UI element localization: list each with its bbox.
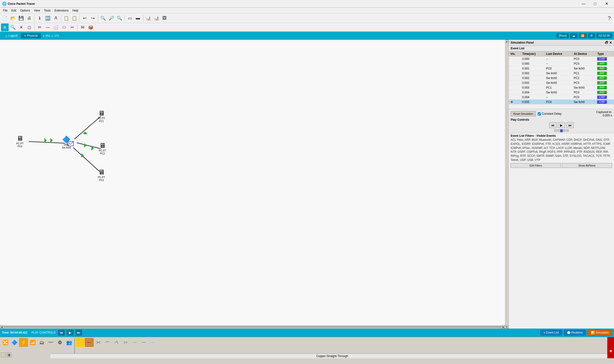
paste-button[interactable]: 📋 [70,14,78,22]
search-tool-button[interactable]: 🔍 [9,24,17,31]
draw-tool-button[interactable]: ✏ [36,24,43,31]
menu-view[interactable]: View [32,8,42,13]
wifi-button[interactable]: 📶 [579,33,587,38]
menu-edit[interactable]: Edit [9,8,18,13]
multiuser-button[interactable]: 👥 [65,338,73,347]
canvas-area[interactable]: ▲ ▼ 🖥 PC-PTP [0,40,508,329]
horizontal-scrollbar[interactable]: ◀ ▶ [0,325,505,329]
usb-button[interactable] [130,338,139,347]
rect-tool-button[interactable]: ⬜ [52,24,60,31]
help-icon-button[interactable]: ? [605,14,613,22]
palette-button[interactable]: 📊 [144,14,152,22]
status-play-button[interactable]: ▶ [67,330,73,336]
switches-button[interactable]: 🔷 [10,338,19,347]
grid-button[interactable]: ⊞ [7,352,12,357]
tab-logical[interactable]: △ Logical [2,33,21,38]
scroll-track[interactable] [505,43,508,325]
zoom-in-button[interactable]: 🔍 [99,14,107,22]
phone-button[interactable] [112,338,121,347]
redo-button[interactable]: ↪ [89,14,97,22]
constant-delay-checkbox[interactable] [538,112,541,116]
text-button[interactable]: 🔤 [44,14,52,22]
device-pc0[interactable]: 🖥 PC-PTPC0 [16,134,24,148]
back-to-start-button[interactable]: ⏮ [549,122,557,128]
save-button[interactable]: 💾 [17,14,25,22]
line-tool-button[interactable]: — [44,24,52,31]
routers-button[interactable]: 🔀 [1,338,10,347]
cloud-button[interactable]: ☁ [570,33,577,38]
restore-panel-icon[interactable]: 🗗 [605,41,608,45]
custom-button[interactable]: ⚙ [56,338,64,347]
root-badge[interactable]: [Root] [557,33,569,38]
show-all-none-button[interactable]: Show All/None [562,163,612,168]
delete-button[interactable]: ✕ [17,24,25,31]
device-pc2[interactable]: 🖥 PC-PTPC2 [99,142,106,155]
status-forward-button[interactable]: ⏭ [75,330,82,336]
progress-thumb[interactable] [560,129,563,132]
zoom-reset-button[interactable]: 🔍 [116,14,123,22]
menu-extensions[interactable]: Extensions [53,8,70,13]
ellipse-tool-button[interactable]: ⬭ [60,24,68,31]
fit-button[interactable]: ▭ [126,14,134,22]
reset-simulation-button[interactable]: Reset Simulation [511,111,536,116]
menu-file[interactable]: File [1,8,9,13]
forward-button[interactable]: ⏭ [567,122,574,128]
serial-button[interactable] [121,338,130,347]
undo-button[interactable]: ↩ [81,14,88,22]
status-back-button[interactable]: ⏮ [58,330,65,336]
realtime-button[interactable]: 🕐 Realtime [564,330,586,336]
menu-options[interactable]: Options [18,8,32,13]
wireless-media-button[interactable] [149,338,157,347]
custom-view-button[interactable]: ▬ [134,14,142,22]
close-panel-icon[interactable]: ✕ [609,41,612,45]
lightning-bolt-button[interactable]: ⚡ [1,352,6,357]
simulation-button[interactable]: 📊 Simulation [588,330,612,336]
media-button[interactable]: 🖼 [161,14,168,22]
print-button[interactable]: 🖨 [26,14,33,22]
play-button[interactable]: ▶ [558,122,565,128]
scroll-up-arrow[interactable]: ▲ [505,40,508,43]
copy-button[interactable]: 📋 [62,14,70,22]
console-button[interactable] [140,338,148,347]
minimize-button[interactable]: — [578,0,589,7]
close-button[interactable]: ✕ [601,0,612,7]
select-all-button[interactable]: ⊞ [1,24,9,31]
auto-connect-button[interactable]: ⚡ [76,338,84,347]
menu-help[interactable]: Help [70,8,80,13]
copper-cross-button[interactable] [94,338,103,347]
event-table-container[interactable]: Vis. Time(sec) Last Device At Device Typ… [509,51,614,109]
device-pc1[interactable]: 🖥 PC-PTPC1 [98,109,105,123]
menu-tools[interactable]: Tools [42,8,53,13]
new-button[interactable]: 📄 [1,14,9,22]
package-tool-button[interactable]: 📦 [87,24,95,31]
wireless-button[interactable]: 📶 [28,338,37,347]
edit-filters-button[interactable]: Edit Filters [511,163,561,168]
tab-physical[interactable]: ≡ Physical [21,33,41,38]
settings-button[interactable]: ⚙ [588,33,595,38]
zoom-out-button[interactable]: 🔎 [108,14,115,22]
device-pc3[interactable]: 🖥 PC-PTPC3 [98,168,105,182]
security-button[interactable]: 🗂 [37,338,46,347]
scroll-right-arrow[interactable]: ▶ [502,325,505,329]
open-button[interactable]: 📂 [9,14,17,22]
pka-button[interactable]: A [52,14,60,22]
inspect-button[interactable]: ◻ [26,24,33,31]
event-list-button[interactable]: ≡ Event List [540,330,562,336]
h-scroll-track[interactable] [4,326,501,328]
progress-track[interactable] [554,130,569,131]
vertical-scrollbar[interactable]: ▲ ▼ [505,40,508,329]
eye-icon[interactable]: 👁 [510,100,513,104]
red-badge[interactable]: 补贴贴 [607,337,614,358]
scroll-left-arrow[interactable]: ◀ [0,325,3,329]
hubs-button[interactable]: ⚡ [19,338,28,347]
email-tool-button[interactable]: ✉ [79,24,86,31]
table-button[interactable]: 📊 [153,14,160,22]
scroll-down-arrow[interactable]: ▼ [505,325,508,329]
scissors-tool-button[interactable]: ✂ [68,24,76,31]
device-switch0[interactable]: 🔷 2960Sw itch0 [62,136,71,149]
maximize-button[interactable]: □ [589,0,600,7]
copper-straight-button[interactable] [85,338,94,347]
fiber-button[interactable] [103,338,112,347]
info-button[interactable]: ℹ [36,14,43,22]
wan-button[interactable]: 〰 [46,338,55,347]
